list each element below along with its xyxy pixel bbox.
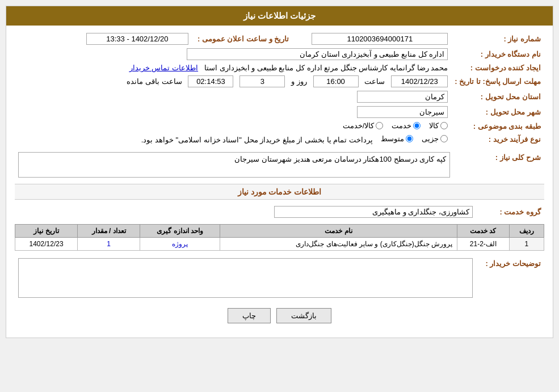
buyer-notes-label: توضیحات خریدار : <box>476 256 544 300</box>
cell-name: پرورش جنگل(جنگل‌کاری) و سایر فعالیت‌های … <box>220 238 457 251</box>
deadline-days-label: روز و <box>291 77 307 86</box>
service-group-label: گروه خدمت : <box>476 204 544 220</box>
description-label: شرح کلی نیاز : <box>476 150 544 179</box>
page-title: جزئیات اطلاعات نیاز <box>6 6 553 26</box>
buyer-org-value: اداره کل منابع طبیعی و آبخیزداری استان ک… <box>187 48 448 60</box>
creator-name: محمد رضا گرانمایه کارشناس جنگل مرتع ادار… <box>204 64 448 72</box>
col-header-row: ردیف <box>509 225 544 238</box>
cell-date: 1402/12/23 <box>15 238 78 251</box>
deadline-label: مهلت ارسال پاسخ: تا تاریخ : <box>451 74 544 89</box>
city-value: سیرجان <box>357 106 448 118</box>
need-number-value: 1102003694000171 <box>312 33 448 45</box>
category-radio-khedmat[interactable] <box>413 122 421 129</box>
cell-unit: پروژه <box>140 238 220 251</box>
category-label: طبقه بندی موضوعی : <box>451 120 544 133</box>
cell-qty: 1 <box>78 238 140 251</box>
category-kala-label: کالا <box>429 121 439 130</box>
deadline-days: 3 <box>239 75 285 87</box>
print-button[interactable]: چاپ <box>228 308 271 323</box>
purchase-type-label: نوع فرآیند خرید : <box>451 133 544 146</box>
purchase-motavaset[interactable]: متوسط <box>381 134 413 143</box>
purchase-jozi[interactable]: جزیی <box>422 134 448 143</box>
col-header-unit: واحد اندازه گیری <box>140 225 220 238</box>
cell-code: الف-2-21 <box>457 238 509 251</box>
city-label: شهر محل تحویل : <box>451 104 544 120</box>
deadline-time-label: ساعت <box>364 77 385 86</box>
deadline-date: 1402/12/23 <box>391 75 448 87</box>
category-kala[interactable]: کالا <box>429 121 448 130</box>
announce-value: 1402/12/20 - 13:33 <box>86 33 188 45</box>
creator-label: ایجاد کننده درخواست : <box>451 62 544 74</box>
category-radio-both[interactable] <box>376 122 383 129</box>
province-value: کرمان <box>357 91 448 103</box>
category-khedmat-label: خدمت <box>392 121 411 130</box>
buyer-notes-value <box>18 258 473 298</box>
purchase-note: پرداخت تمام یا بخشی از مبلغ خریداز محل "… <box>141 136 373 144</box>
col-header-date: تاریخ نیاز <box>15 225 78 238</box>
col-header-code: کد خدمت <box>457 225 509 238</box>
services-section-title: اطلاعات خدمات مورد نیاز <box>15 184 544 200</box>
col-header-name: نام خدمت <box>220 225 457 238</box>
category-both-label: کالا/خدمت <box>343 121 375 130</box>
purchase-radio-jozi[interactable] <box>440 135 448 142</box>
creator-link[interactable]: اطلاعات تماس خریدار <box>129 64 198 72</box>
purchase-motavaset-label: متوسط <box>381 134 404 143</box>
deadline-time: 16:00 <box>313 75 359 87</box>
category-khedmat[interactable]: خدمت <box>392 121 421 130</box>
service-group-value: کشاورزی، جنگلداری و ماهیگیری <box>274 206 473 218</box>
description-value: کپه کاری درسطح 100هکتار درسامان مرتعی هن… <box>18 152 450 178</box>
deadline-remaining: 02:14:53 <box>188 75 233 87</box>
cell-row-num: 1 <box>509 238 544 251</box>
table-row: 1 الف-2-21 پرورش جنگل(جنگل‌کاری) و سایر … <box>15 238 544 251</box>
category-kala-khedmat[interactable]: کالا/خدمت <box>343 121 384 130</box>
announce-label: تاریخ و ساعت اعلان عمومی : <box>192 31 292 47</box>
purchase-radio-motavaset[interactable] <box>406 135 413 142</box>
buyer-org-label: نام دستگاه خریدار : <box>451 47 544 62</box>
category-radio-kala[interactable] <box>440 122 448 129</box>
need-number-label: شماره نیاز : <box>451 31 544 47</box>
purchase-jozi-label: جزیی <box>422 134 439 143</box>
col-header-qty: تعداد / مقدار <box>78 225 140 238</box>
province-label: استان محل تحویل : <box>451 89 544 104</box>
deadline-remaining-label: ساعت باقی مانده <box>127 77 182 86</box>
back-button[interactable]: بازگشت <box>276 308 331 323</box>
